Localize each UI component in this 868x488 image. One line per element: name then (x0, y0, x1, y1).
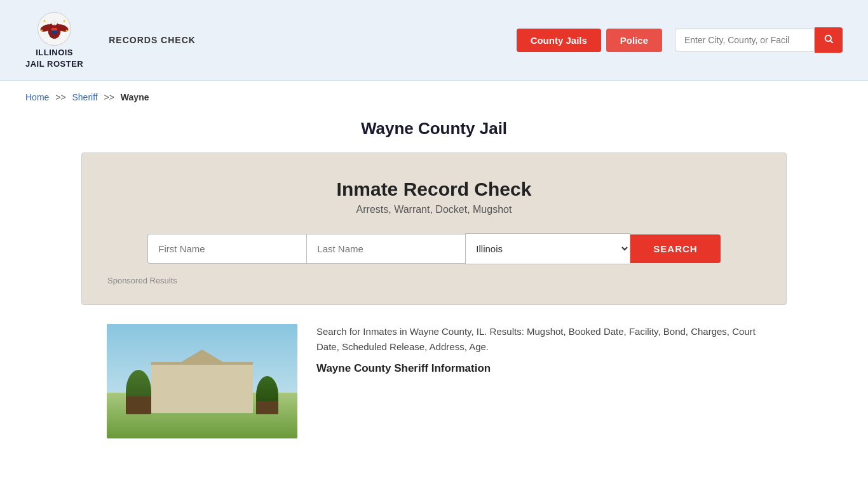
tree2-shape (256, 376, 278, 414)
description-text: Search for Inmates in Wayne County, IL. … (316, 324, 761, 355)
record-check-subtitle: Arrests, Warrant, Docket, Mugshot (107, 204, 761, 215)
header-search-button[interactable] (815, 27, 843, 53)
sheriff-info-heading: Wayne County Sheriff Information (316, 362, 761, 375)
state-select[interactable]: IllinoisAlabamaAlaskaArizonaArkansasCali… (465, 233, 630, 264)
search-icon (824, 34, 834, 44)
logo-text: ILLINOIS (36, 48, 73, 58)
svg-point-8 (44, 20, 46, 22)
last-name-input[interactable] (306, 234, 465, 264)
svg-point-11 (66, 30, 68, 32)
svg-point-12 (825, 36, 831, 41)
illinois-seal-icon (37, 11, 72, 46)
breadcrumb-sep2: >> (104, 92, 114, 102)
main-nav: County Jails Police (517, 27, 843, 53)
county-jails-button[interactable]: County Jails (517, 29, 601, 52)
police-button[interactable]: Police (606, 29, 662, 52)
inmate-search-button[interactable]: SEARCH (630, 234, 720, 263)
header-search-input[interactable] (675, 29, 815, 51)
breadcrumb-current: Wayne (121, 92, 149, 102)
breadcrumb-sheriff[interactable]: Sheriff (72, 92, 98, 102)
record-check-box: Inmate Record Check Arrests, Warrant, Do… (81, 152, 787, 305)
site-logo[interactable]: ILLINOIS JAIL ROSTER (25, 11, 83, 69)
records-check-link[interactable]: RECORDS CHECK (109, 35, 196, 45)
first-name-input[interactable] (147, 234, 306, 264)
sponsored-results-label: Sponsored Results (107, 276, 761, 285)
svg-point-10 (41, 30, 43, 32)
breadcrumb: Home >> Sheriff >> Wayne (0, 81, 868, 107)
svg-line-13 (831, 41, 833, 43)
building-shape (151, 362, 253, 413)
inmate-search-form: IllinoisAlabamaAlaskaArizonaArkansasCali… (107, 233, 761, 264)
page-title-section: Wayne County Jail (0, 107, 868, 152)
logo-text-2: JAIL ROSTER (25, 59, 83, 69)
site-header: ILLINOIS JAIL ROSTER RECORDS CHECK Count… (0, 0, 868, 81)
breadcrumb-home[interactable]: Home (25, 92, 49, 102)
description-area: Search for Inmates in Wayne County, IL. … (316, 324, 761, 375)
page-title: Wayne County Jail (0, 119, 868, 139)
facility-image (107, 324, 297, 438)
record-check-title: Inmate Record Check (107, 179, 761, 200)
tree1-shape (126, 370, 151, 414)
svg-rect-7 (51, 28, 57, 30)
breadcrumb-sep1: >> (55, 92, 65, 102)
header-search (675, 27, 843, 53)
bottom-section: Search for Inmates in Wayne County, IL. … (81, 324, 787, 438)
svg-point-9 (64, 20, 65, 22)
